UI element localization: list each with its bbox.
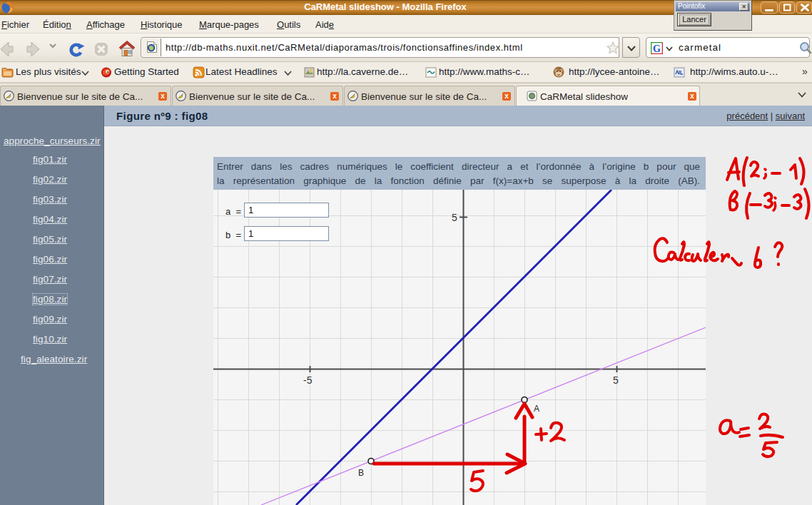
svg-text:B: B bbox=[358, 468, 364, 478]
svg-text:A: A bbox=[534, 404, 539, 414]
svg-text:-5: -5 bbox=[303, 374, 313, 386]
svg-text:5: 5 bbox=[613, 374, 619, 386]
svg-text:G: G bbox=[653, 44, 661, 54]
svg-text:5: 5 bbox=[452, 212, 457, 223]
